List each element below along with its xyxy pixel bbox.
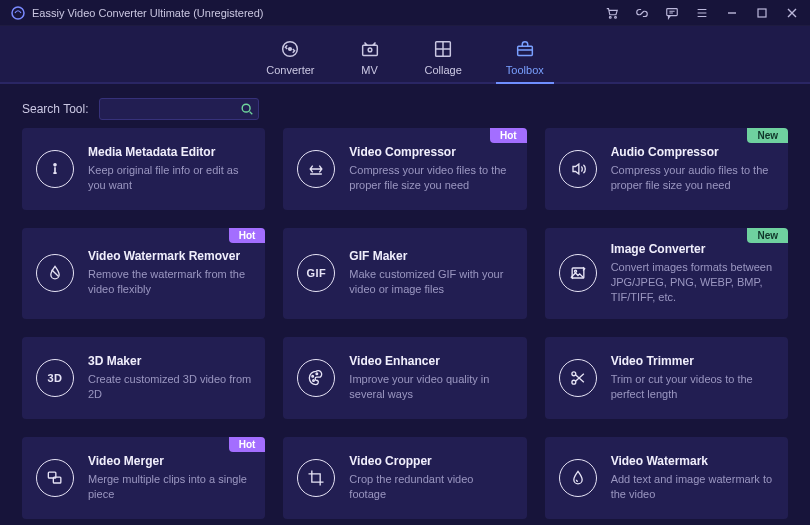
- feedback-icon[interactable]: [664, 5, 680, 21]
- svg-point-11: [242, 104, 250, 112]
- tool-description: Compress your audio files to the proper …: [611, 163, 774, 193]
- tool-title: Image Converter: [611, 242, 774, 256]
- tab-converter[interactable]: Converter: [266, 38, 314, 82]
- tool-title: Audio Compressor: [611, 145, 774, 159]
- tab-label: Converter: [266, 64, 314, 76]
- search-row: Search Tool:: [0, 84, 810, 128]
- hot-badge: Hot: [229, 228, 266, 243]
- tool-card-video-compressor[interactable]: HotVideo CompressorCompress your video f…: [283, 128, 526, 210]
- svg-rect-4: [758, 9, 766, 17]
- tool-title: Video Watermark Remover: [88, 249, 251, 263]
- tool-title: Media Metadata Editor: [88, 145, 251, 159]
- tool-card-audio-compressor[interactable]: NewAudio CompressorCompress your audio f…: [545, 128, 788, 210]
- palette-icon: [297, 359, 335, 397]
- minimize-button[interactable]: [724, 5, 740, 21]
- tool-card-image-converter[interactable]: NewImage ConverterConvert images formats…: [545, 228, 788, 319]
- svg-point-12: [54, 164, 56, 166]
- 3d-icon: 3D: [36, 359, 74, 397]
- tool-card-video-trimmer[interactable]: Video TrimmerTrim or cut your videos to …: [545, 337, 788, 419]
- tab-label: MV: [361, 64, 378, 76]
- tool-description: Merge multiple clips into a single piece: [88, 472, 251, 502]
- app-logo: [10, 5, 26, 21]
- tab-label: Toolbox: [506, 64, 544, 76]
- tool-card-video-cropper[interactable]: Video CropperCrop the redundant video fo…: [283, 437, 526, 519]
- svg-point-2: [615, 16, 617, 18]
- mv-icon: [359, 38, 381, 60]
- hot-badge: Hot: [490, 128, 527, 143]
- converter-icon: [279, 38, 301, 60]
- tab-mv[interactable]: MV: [359, 38, 381, 82]
- tool-description: Crop the redundant video footage: [349, 472, 512, 502]
- imageconv-icon: [559, 254, 597, 292]
- tool-card-video-watermark-remover[interactable]: HotVideo Watermark RemoverRemove the wat…: [22, 228, 265, 319]
- svg-point-8: [368, 48, 372, 52]
- tool-description: Create customized 3D video from 2D: [88, 372, 251, 402]
- tool-text-block: Video WatermarkAdd text and image waterm…: [611, 454, 774, 502]
- merge-icon: [36, 459, 74, 497]
- tool-title: Video Cropper: [349, 454, 512, 468]
- crop-icon: [297, 459, 335, 497]
- svg-point-17: [316, 373, 318, 375]
- cart-icon[interactable]: [604, 5, 620, 21]
- tool-card-video-merger[interactable]: HotVideo MergerMerge multiple clips into…: [22, 437, 265, 519]
- hot-badge: Hot: [229, 437, 266, 452]
- search-box: [99, 98, 259, 120]
- tool-card-3d-maker[interactable]: 3D3D MakerCreate customized 3D video fro…: [22, 337, 265, 419]
- tool-title: GIF Maker: [349, 249, 512, 263]
- tool-card-gif-maker[interactable]: GIFGIF MakerMake customized GIF with you…: [283, 228, 526, 319]
- main-tab-bar: Converter MV Collage Toolbox: [0, 26, 810, 84]
- tool-card-media-metadata-editor[interactable]: Media Metadata EditorKeep original file …: [22, 128, 265, 210]
- close-button[interactable]: [784, 5, 800, 21]
- tool-title: Video Compressor: [349, 145, 512, 159]
- tool-text-block: Video CompressorCompress your video file…: [349, 145, 512, 193]
- tool-title: Video Enhancer: [349, 354, 512, 368]
- svg-point-1: [609, 16, 611, 18]
- tool-title: Video Watermark: [611, 454, 774, 468]
- tool-text-block: Video MergerMerge multiple clips into a …: [88, 454, 251, 502]
- drop2-icon: [559, 459, 597, 497]
- svg-point-16: [313, 379, 315, 381]
- tool-text-block: Video Watermark RemoverRemove the waterm…: [88, 249, 251, 297]
- tool-card-video-enhancer[interactable]: Video EnhancerImprove your video quality…: [283, 337, 526, 419]
- svg-rect-10: [517, 46, 532, 55]
- tab-collage[interactable]: Collage: [425, 38, 462, 82]
- collage-icon: [432, 38, 454, 60]
- tool-text-block: Image ConverterConvert images formats be…: [611, 242, 774, 305]
- tool-description: Compress your video files to the proper …: [349, 163, 512, 193]
- toolbox-icon: [514, 38, 536, 60]
- menu-icon[interactable]: [694, 5, 710, 21]
- title-bar: Eassiy Video Converter Ultimate (Unregis…: [0, 0, 810, 26]
- tool-text-block: 3D MakerCreate customized 3D video from …: [88, 354, 251, 402]
- tool-description: Keep original file info or edit as you w…: [88, 163, 251, 193]
- tool-description: Add text and image watermark to the vide…: [611, 472, 774, 502]
- new-badge: New: [747, 128, 788, 143]
- tool-text-block: Media Metadata EditorKeep original file …: [88, 145, 251, 193]
- search-icon[interactable]: [239, 101, 255, 117]
- tool-title: Video Merger: [88, 454, 251, 468]
- svg-point-0: [12, 7, 24, 19]
- link-icon[interactable]: [634, 5, 650, 21]
- tool-grid-container: Media Metadata EditorKeep original file …: [0, 128, 810, 525]
- window-controls: [604, 5, 800, 21]
- tool-description: Make customized GIF with your video or i…: [349, 267, 512, 297]
- search-label: Search Tool:: [22, 102, 89, 116]
- app-title: Eassiy Video Converter Ultimate (Unregis…: [32, 7, 264, 19]
- tool-text-block: GIF MakerMake customized GIF with your v…: [349, 249, 512, 297]
- tool-title: 3D Maker: [88, 354, 251, 368]
- svg-rect-3: [667, 8, 678, 15]
- tool-title: Video Trimmer: [611, 354, 774, 368]
- tool-text-block: Audio CompressorCompress your audio file…: [611, 145, 774, 193]
- search-input[interactable]: [99, 98, 259, 120]
- tab-toolbox[interactable]: Toolbox: [506, 38, 544, 82]
- audio-icon: [559, 150, 597, 188]
- tool-text-block: Video EnhancerImprove your video quality…: [349, 354, 512, 402]
- compress-icon: [297, 150, 335, 188]
- tab-label: Collage: [425, 64, 462, 76]
- tool-text-block: Video CropperCrop the redundant video fo…: [349, 454, 512, 502]
- tool-description: Trim or cut your videos to the perfect l…: [611, 372, 774, 402]
- gif-icon: GIF: [297, 254, 335, 292]
- svg-point-6: [289, 48, 292, 51]
- info-icon: [36, 150, 74, 188]
- tool-card-video-watermark[interactable]: Video WatermarkAdd text and image waterm…: [545, 437, 788, 519]
- maximize-button[interactable]: [754, 5, 770, 21]
